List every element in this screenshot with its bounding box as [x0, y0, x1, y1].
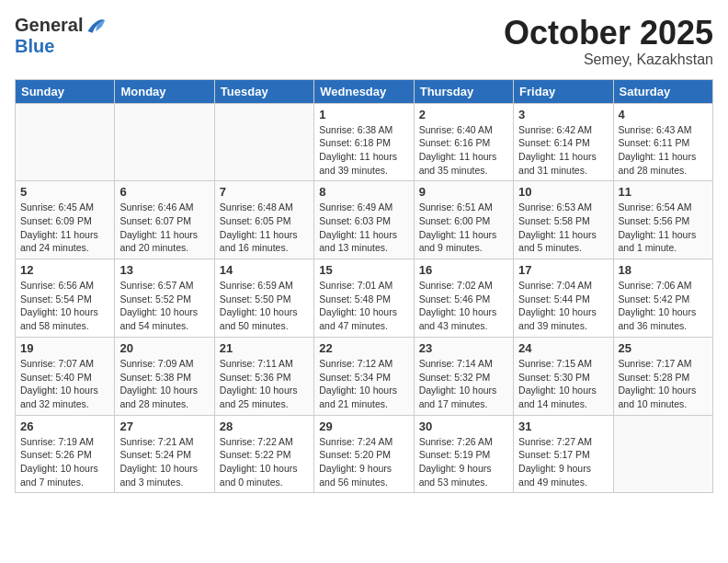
day-number: 15 [319, 263, 408, 277]
day-info: Sunrise: 7:12 AM Sunset: 5:34 PM Dayligh… [319, 357, 408, 411]
logo-bird-icon [85, 17, 107, 35]
day-number: 14 [220, 263, 309, 277]
weekday-header-cell: Friday [514, 79, 613, 103]
weekday-header-cell: Monday [115, 79, 214, 103]
day-info: Sunrise: 6:45 AM Sunset: 6:09 PM Dayligh… [20, 201, 109, 255]
day-info: Sunrise: 7:24 AM Sunset: 5:20 PM Dayligh… [319, 435, 408, 489]
day-number: 3 [518, 108, 608, 121]
calendar-cell: 22Sunrise: 7:12 AM Sunset: 5:34 PM Dayli… [314, 337, 414, 415]
day-number: 20 [119, 341, 209, 355]
calendar-cell: 18Sunrise: 7:06 AM Sunset: 5:42 PM Dayli… [613, 259, 712, 338]
day-info: Sunrise: 6:40 AM Sunset: 6:16 PM Dayligh… [419, 123, 508, 178]
logo-blue-text: Blue [15, 36, 54, 57]
day-number: 11 [619, 185, 708, 199]
calendar-cell: 17Sunrise: 7:04 AM Sunset: 5:44 PM Dayli… [514, 259, 613, 338]
calendar-cell: 1Sunrise: 6:38 AM Sunset: 6:18 PM Daylig… [314, 103, 414, 181]
day-info: Sunrise: 6:51 AM Sunset: 6:00 PM Dayligh… [419, 201, 508, 255]
day-number: 18 [619, 263, 708, 277]
weekday-header-cell: Tuesday [214, 79, 313, 103]
calendar-table: SundayMondayTuesdayWednesdayThursdayFrid… [15, 79, 713, 494]
day-number: 19 [20, 341, 109, 355]
calendar-cell: 14Sunrise: 6:59 AM Sunset: 5:50 PM Dayli… [214, 259, 313, 338]
day-info: Sunrise: 7:15 AM Sunset: 5:30 PM Dayligh… [518, 357, 608, 411]
calendar-cell: 31Sunrise: 7:27 AM Sunset: 5:17 PM Dayli… [514, 415, 613, 493]
day-number: 23 [419, 341, 508, 355]
day-number: 2 [419, 108, 508, 121]
weekday-header-cell: Sunday [16, 79, 115, 103]
day-number: 16 [419, 263, 508, 277]
day-info: Sunrise: 7:06 AM Sunset: 5:42 PM Dayligh… [619, 279, 708, 333]
day-info: Sunrise: 7:04 AM Sunset: 5:44 PM Dayligh… [518, 279, 608, 333]
day-number: 22 [319, 341, 408, 355]
calendar-cell: 20Sunrise: 7:09 AM Sunset: 5:38 PM Dayli… [115, 337, 214, 415]
day-number: 28 [220, 419, 309, 433]
calendar-cell: 4Sunrise: 6:43 AM Sunset: 6:11 PM Daylig… [613, 103, 712, 181]
day-number: 9 [419, 185, 508, 199]
day-info: Sunrise: 6:43 AM Sunset: 6:11 PM Dayligh… [619, 123, 708, 178]
day-number: 31 [518, 419, 608, 433]
day-number: 7 [220, 185, 309, 199]
day-number: 17 [518, 263, 608, 277]
day-info: Sunrise: 6:59 AM Sunset: 5:50 PM Dayligh… [220, 279, 309, 333]
day-info: Sunrise: 6:57 AM Sunset: 5:52 PM Dayligh… [119, 279, 209, 333]
day-info: Sunrise: 7:17 AM Sunset: 5:28 PM Dayligh… [619, 357, 708, 411]
day-number: 4 [619, 108, 708, 121]
title-section: October 2025 Semey, Kazakhstan [504, 15, 713, 68]
calendar-cell: 25Sunrise: 7:17 AM Sunset: 5:28 PM Dayli… [613, 337, 712, 415]
calendar-week-row: 5Sunrise: 6:45 AM Sunset: 6:09 PM Daylig… [16, 181, 713, 259]
day-info: Sunrise: 7:19 AM Sunset: 5:26 PM Dayligh… [20, 435, 109, 489]
calendar-cell: 21Sunrise: 7:11 AM Sunset: 5:36 PM Dayli… [214, 337, 313, 415]
calendar-week-row: 1Sunrise: 6:38 AM Sunset: 6:18 PM Daylig… [16, 103, 713, 181]
day-number: 30 [419, 419, 508, 433]
calendar-week-row: 26Sunrise: 7:19 AM Sunset: 5:26 PM Dayli… [16, 415, 713, 493]
day-number: 29 [319, 419, 408, 433]
day-info: Sunrise: 6:48 AM Sunset: 6:05 PM Dayligh… [220, 201, 309, 255]
location-title: Semey, Kazakhstan [504, 52, 713, 68]
calendar-cell: 6Sunrise: 6:46 AM Sunset: 6:07 PM Daylig… [115, 181, 214, 259]
day-info: Sunrise: 7:09 AM Sunset: 5:38 PM Dayligh… [119, 357, 209, 411]
calendar-week-row: 19Sunrise: 7:07 AM Sunset: 5:40 PM Dayli… [16, 337, 713, 415]
day-number: 24 [518, 341, 608, 355]
day-number: 12 [20, 263, 109, 277]
calendar-cell: 11Sunrise: 6:54 AM Sunset: 5:56 PM Dayli… [613, 181, 712, 259]
calendar-body: 1Sunrise: 6:38 AM Sunset: 6:18 PM Daylig… [16, 103, 713, 493]
calendar-cell: 29Sunrise: 7:24 AM Sunset: 5:20 PM Dayli… [314, 415, 414, 493]
logo-general-text: General [15, 15, 83, 36]
weekday-header-row: SundayMondayTuesdayWednesdayThursdayFrid… [16, 79, 713, 103]
day-info: Sunrise: 7:07 AM Sunset: 5:40 PM Dayligh… [20, 357, 109, 411]
calendar-cell: 15Sunrise: 7:01 AM Sunset: 5:48 PM Dayli… [314, 259, 414, 338]
calendar-cell: 9Sunrise: 6:51 AM Sunset: 6:00 PM Daylig… [414, 181, 513, 259]
calendar-cell: 3Sunrise: 6:42 AM Sunset: 6:14 PM Daylig… [514, 103, 613, 181]
calendar-cell: 5Sunrise: 6:45 AM Sunset: 6:09 PM Daylig… [16, 181, 115, 259]
day-number: 1 [319, 108, 408, 121]
day-info: Sunrise: 6:46 AM Sunset: 6:07 PM Dayligh… [119, 201, 209, 255]
day-info: Sunrise: 7:21 AM Sunset: 5:24 PM Dayligh… [119, 435, 209, 489]
calendar-cell: 10Sunrise: 6:53 AM Sunset: 5:58 PM Dayli… [514, 181, 613, 259]
day-number: 8 [319, 185, 408, 199]
calendar-cell: 19Sunrise: 7:07 AM Sunset: 5:40 PM Dayli… [16, 337, 115, 415]
page-header: General Blue October 2025 Semey, Kazakhs… [15, 15, 713, 68]
day-number: 5 [20, 185, 109, 199]
day-number: 25 [619, 341, 708, 355]
weekday-header-cell: Thursday [414, 79, 513, 103]
day-info: Sunrise: 7:27 AM Sunset: 5:17 PM Dayligh… [518, 435, 608, 489]
calendar-cell [16, 103, 115, 181]
day-info: Sunrise: 6:54 AM Sunset: 5:56 PM Dayligh… [619, 201, 708, 255]
day-info: Sunrise: 6:38 AM Sunset: 6:18 PM Dayligh… [319, 123, 408, 178]
day-info: Sunrise: 6:53 AM Sunset: 5:58 PM Dayligh… [518, 201, 608, 255]
day-info: Sunrise: 7:26 AM Sunset: 5:19 PM Dayligh… [419, 435, 508, 489]
day-info: Sunrise: 6:42 AM Sunset: 6:14 PM Dayligh… [518, 123, 608, 178]
day-number: 10 [518, 185, 608, 199]
calendar-cell [613, 415, 712, 493]
weekday-header-cell: Saturday [613, 79, 712, 103]
calendar-cell: 2Sunrise: 6:40 AM Sunset: 6:16 PM Daylig… [414, 103, 513, 181]
calendar-cell: 30Sunrise: 7:26 AM Sunset: 5:19 PM Dayli… [414, 415, 513, 493]
month-title: October 2025 [504, 15, 713, 52]
day-number: 13 [119, 263, 209, 277]
calendar-cell: 12Sunrise: 6:56 AM Sunset: 5:54 PM Dayli… [16, 259, 115, 338]
calendar-week-row: 12Sunrise: 6:56 AM Sunset: 5:54 PM Dayli… [16, 259, 713, 338]
calendar-cell [214, 103, 313, 181]
calendar-cell: 16Sunrise: 7:02 AM Sunset: 5:46 PM Dayli… [414, 259, 513, 338]
day-info: Sunrise: 7:14 AM Sunset: 5:32 PM Dayligh… [419, 357, 508, 411]
day-info: Sunrise: 7:01 AM Sunset: 5:48 PM Dayligh… [319, 279, 408, 333]
